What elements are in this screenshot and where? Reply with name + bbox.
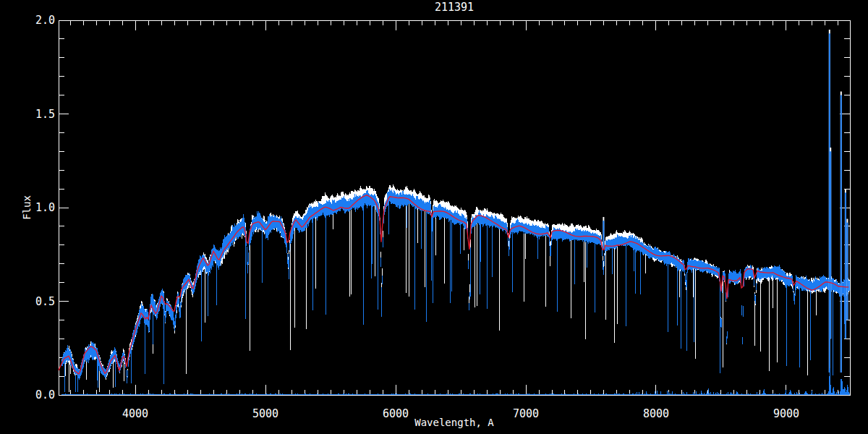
x-tick-label: 7000	[513, 407, 539, 420]
x-tick-label: 9000	[773, 407, 799, 420]
x-tick-label: 5000	[252, 407, 278, 420]
y-tick-label: 1.5	[35, 108, 55, 121]
spectrum-figure: 4000500060007000800090000.00.51.01.52.0 …	[0, 0, 868, 434]
x-tick-label: 8000	[643, 407, 669, 420]
spectrum-chart: 4000500060007000800090000.00.51.01.52.0 …	[0, 0, 868, 434]
x-tick-label: 6000	[383, 407, 409, 420]
x-axis-label: Wavelength, A	[414, 417, 494, 428]
y-tick-label: 0.0	[35, 388, 55, 401]
y-tick-label: 0.5	[35, 295, 55, 308]
y-tick-label: 2.0	[35, 14, 55, 27]
y-tick-label: 1.0	[35, 201, 55, 214]
observed-spectrum-trace	[61, 189, 849, 392]
y-axis-label: Flux	[21, 195, 33, 220]
x-tick-label: 4000	[122, 407, 148, 420]
emission-spikes	[603, 30, 847, 373]
sky-residual-trace	[61, 368, 849, 396]
chart-title: 211391	[435, 1, 474, 14]
